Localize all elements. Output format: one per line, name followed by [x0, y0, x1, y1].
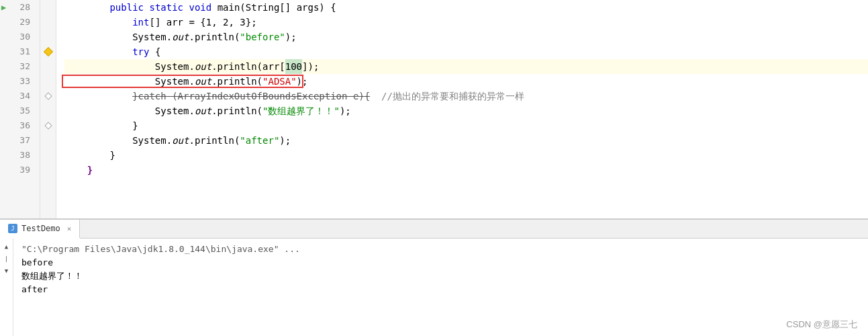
editor-area: ▶282930313233343536373839 public static …	[0, 0, 868, 218]
bottom-panel: J TestDemo × ▲ | ▼ "C:\Program Files\Jav…	[0, 218, 868, 336]
scroll-down-btn[interactable]: ▼	[1, 265, 12, 276]
line-numbers: ▶282930313233343536373839	[0, 0, 40, 218]
gutter-line-35	[40, 103, 56, 118]
line-number-28: ▶28	[0, 0, 34, 15]
code-line-34: }catch (ArrayIndexOutOfBoundsException e…	[64, 89, 868, 103]
code-line-36: }	[64, 118, 868, 133]
cmd-output-line: "C:\Program Files\Java\jdk1.8.0_144\bin\…	[21, 243, 860, 256]
code-line-31: try {	[64, 44, 868, 59]
line-number-29: 29	[0, 15, 34, 30]
gutter-line-30	[40, 30, 56, 44]
output-line-2: 数组越界了！！	[21, 269, 860, 283]
tab-label: TestDemo	[21, 224, 60, 233]
line-number-34: 34	[0, 89, 34, 103]
code-line-28: public static void main(String[] args) {	[64, 0, 868, 15]
panel-tabs: J TestDemo ×	[0, 220, 868, 239]
line-number-33: 33	[0, 74, 34, 89]
gutter-line-32	[40, 59, 56, 74]
panel-content: ▲ | ▼ "C:\Program Files\Java\jdk1.8.0_14…	[0, 239, 868, 336]
gutter-line-28	[40, 0, 56, 15]
line-number-39: 39	[0, 163, 34, 177]
scroll-mid-btn[interactable]: |	[1, 253, 12, 264]
code-line-29: int[] arr = {1, 2, 3};	[64, 15, 868, 30]
code-lines: public static void main(String[] args) {…	[56, 0, 868, 218]
tab-close-icon[interactable]: ×	[67, 224, 72, 233]
line-number-32: 32	[0, 59, 34, 74]
gutter	[40, 0, 56, 218]
code-line-38: }	[64, 148, 868, 163]
code-line-30: System.out.println("before");	[64, 30, 868, 44]
code-line-32: System.out.println(arr[100]);	[64, 59, 868, 74]
code-line-39: }	[64, 163, 868, 177]
gutter-line-33	[40, 74, 56, 89]
code-line-33: System.out.println("ADSA");	[64, 74, 868, 89]
line-number-37: 37	[0, 133, 34, 148]
output-line-3: after	[21, 283, 860, 296]
left-buttons: ▲ | ▼	[0, 239, 13, 336]
line-number-30: 30	[0, 30, 34, 44]
gutter-line-31	[40, 44, 56, 59]
tab-file-icon: J	[8, 224, 17, 233]
gutter-line-29	[40, 15, 56, 30]
output-text: "C:\Program Files\Java\jdk1.8.0_144\bin\…	[13, 239, 868, 336]
line-number-31: 31	[0, 44, 34, 59]
output-line-1: before	[21, 256, 860, 269]
gutter-line-34	[40, 89, 56, 103]
gutter-line-38	[40, 148, 56, 163]
gutter-line-39	[40, 163, 56, 177]
code-line-37: System.out.println("after");	[64, 133, 868, 148]
watermark: CSDN @意愿三七	[786, 319, 857, 331]
gutter-line-37	[40, 133, 56, 148]
line-number-38: 38	[0, 148, 34, 163]
tab-testdemo[interactable]: J TestDemo ×	[0, 220, 80, 239]
line-number-35: 35	[0, 103, 34, 118]
code-container: ▶282930313233343536373839 public static …	[0, 0, 868, 218]
line-number-36: 36	[0, 118, 34, 133]
scroll-up-btn[interactable]: ▲	[1, 241, 12, 252]
code-line-35: System.out.println("数组越界了！！");	[64, 103, 868, 118]
gutter-line-36	[40, 118, 56, 133]
